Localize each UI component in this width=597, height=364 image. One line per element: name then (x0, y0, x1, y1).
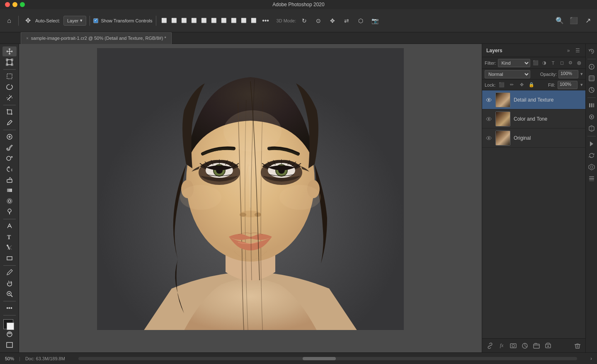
type-tool[interactable]: T (2, 232, 17, 242)
align-top2-btn[interactable]: ⬜ (219, 16, 228, 25)
filter-smart-icon[interactable]: ⚙ (567, 59, 574, 67)
history-brush-tool[interactable] (2, 164, 17, 174)
marquee-tool[interactable] (2, 71, 17, 81)
extra-tools[interactable]: ••• (2, 303, 17, 313)
lock-artboard-icon[interactable]: ✥ (518, 81, 525, 89)
blur-tool[interactable] (2, 196, 17, 206)
tab-close[interactable]: × (26, 36, 29, 41)
move-tool-icon[interactable]: ✥ (22, 15, 34, 27)
eraser-tool[interactable] (2, 175, 17, 185)
align-mid-btn[interactable]: ⬜ (229, 16, 238, 25)
move-tool[interactable] (2, 46, 17, 56)
more-options-icon[interactable]: ••• (260, 15, 272, 27)
adjustments-panel-icon[interactable] (587, 85, 597, 95)
artboard-tool[interactable] (2, 57, 17, 67)
quick-actions-icon[interactable] (587, 139, 597, 149)
crop-tool[interactable] (2, 107, 17, 117)
add-new-layer-icon[interactable] (544, 341, 553, 350)
horizontal-scrollbar[interactable] (78, 357, 577, 360)
3d-slide-icon[interactable]: ⇄ (341, 15, 352, 27)
filter-kind-select[interactable]: Kind (498, 59, 531, 67)
quick-mask-tool[interactable] (2, 329, 17, 339)
3d-rotate-icon[interactable]: ↻ (298, 15, 310, 27)
expand-icon[interactable]: » (565, 47, 572, 54)
color-panel-icon[interactable] (587, 112, 597, 122)
maximize-button[interactable] (20, 2, 25, 7)
layer-item-detail-texture[interactable]: Detail and Texture (482, 90, 585, 109)
align-center-h-btn[interactable]: ⬜ (170, 16, 179, 25)
dodge-tool[interactable] (2, 207, 17, 217)
auto-select-dropdown[interactable]: Layer ▾ (63, 16, 87, 26)
add-group-icon[interactable] (532, 341, 541, 350)
rotate-view-icon[interactable] (587, 150, 597, 160)
link-layers-icon[interactable] (485, 341, 495, 350)
layer-visibility-color[interactable] (485, 116, 492, 122)
layer-visibility-detail[interactable] (485, 97, 492, 103)
eyedropper-tool[interactable] (2, 118, 17, 128)
blend-mode-select[interactable]: Normal (485, 70, 530, 78)
brush-tool[interactable] (2, 143, 17, 153)
align-top-btn[interactable]: ⬜ (189, 16, 199, 25)
minimize-button[interactable] (12, 2, 17, 7)
pen-tool[interactable] (2, 221, 17, 231)
lock-pixels-icon[interactable]: ⬛ (498, 81, 505, 89)
layer-item-original[interactable]: Original (482, 129, 585, 148)
workspace-icon[interactable]: ⬛ (568, 15, 580, 27)
opacity-value[interactable]: 100% (558, 70, 578, 78)
magic-wand-tool[interactable] (2, 93, 17, 103)
learn-panel-icon[interactable]: ? (587, 62, 597, 72)
layer-item-color-tone[interactable]: Color and Tone (482, 109, 585, 129)
home-icon[interactable]: ⌂ (3, 15, 15, 27)
align-left-btn[interactable]: ⬜ (160, 16, 169, 25)
transform-checkbox[interactable] (93, 18, 98, 23)
transform-controls[interactable]: Show Transform Controls (93, 18, 152, 23)
add-adjustment-icon[interactable] (520, 341, 529, 350)
gradient-tool[interactable] (2, 185, 17, 195)
delete-layer-icon[interactable] (573, 341, 582, 350)
eyedropper-sample-tool[interactable] (2, 267, 17, 277)
3d-camera-icon[interactable]: 📷 (369, 15, 381, 27)
3d-scale-icon[interactable]: ⬡ (355, 15, 366, 27)
canvas-area[interactable] (19, 44, 482, 352)
scroll-right-arrow[interactable]: › (590, 356, 592, 362)
scrollbar-thumb[interactable] (303, 357, 336, 360)
path-selection-tool[interactable] (2, 243, 17, 252)
smart-object-icon[interactable] (587, 162, 597, 172)
zoom-tool[interactable] (2, 289, 17, 299)
filter-adj-icon[interactable]: ◑ (541, 59, 548, 67)
history-panel-icon[interactable] (587, 46, 597, 56)
shape-tool[interactable] (2, 253, 17, 263)
align-center-v-btn[interactable]: ⬜ (199, 16, 209, 25)
fx-icon[interactable]: fx (497, 341, 506, 350)
document-tab[interactable]: × sample-image-portrait-1.cr2 @ 50% (Det… (21, 32, 172, 44)
filter-shape-icon[interactable]: ◻ (558, 59, 565, 67)
layer-comp-icon[interactable] (587, 174, 597, 184)
filter-type-icon[interactable]: T (549, 59, 557, 67)
align-right-btn[interactable]: ⬜ (180, 16, 189, 25)
lock-all-icon[interactable]: 🔒 (528, 81, 535, 89)
align-more-btn[interactable]: ⬜ (249, 16, 258, 25)
add-mask-icon[interactable] (509, 341, 518, 350)
layer-visibility-original[interactable] (485, 135, 492, 141)
hand-tool[interactable] (2, 278, 17, 288)
properties-panel-icon[interactable] (587, 73, 597, 83)
color-swatch[interactable] (2, 318, 17, 329)
search-icon[interactable]: 🔍 (554, 15, 565, 27)
filter-pixel-icon[interactable]: ⬛ (532, 59, 539, 67)
filter-toggle-icon[interactable]: ◎ (575, 59, 583, 67)
portrait-image[interactable] (97, 48, 404, 330)
align-spread-btn[interactable]: ⬜ (239, 16, 248, 25)
3d-pan-icon[interactable]: ✥ (327, 15, 338, 27)
libraries-panel-icon[interactable] (587, 100, 597, 110)
healing-tool[interactable] (2, 132, 17, 142)
clone-tool[interactable] (2, 153, 17, 163)
workspace-icon[interactable] (587, 124, 597, 133)
share-icon[interactable]: ↗ (582, 15, 594, 27)
screen-mode-tool[interactable] (2, 340, 17, 350)
3d-roll-icon[interactable]: ⊙ (313, 15, 324, 27)
close-button[interactable] (5, 2, 10, 7)
fill-value[interactable]: 100% (558, 81, 578, 89)
align-bottom-btn[interactable]: ⬜ (209, 16, 218, 25)
panel-menu-icon[interactable]: ☰ (574, 47, 581, 54)
lasso-tool[interactable] (2, 82, 17, 92)
